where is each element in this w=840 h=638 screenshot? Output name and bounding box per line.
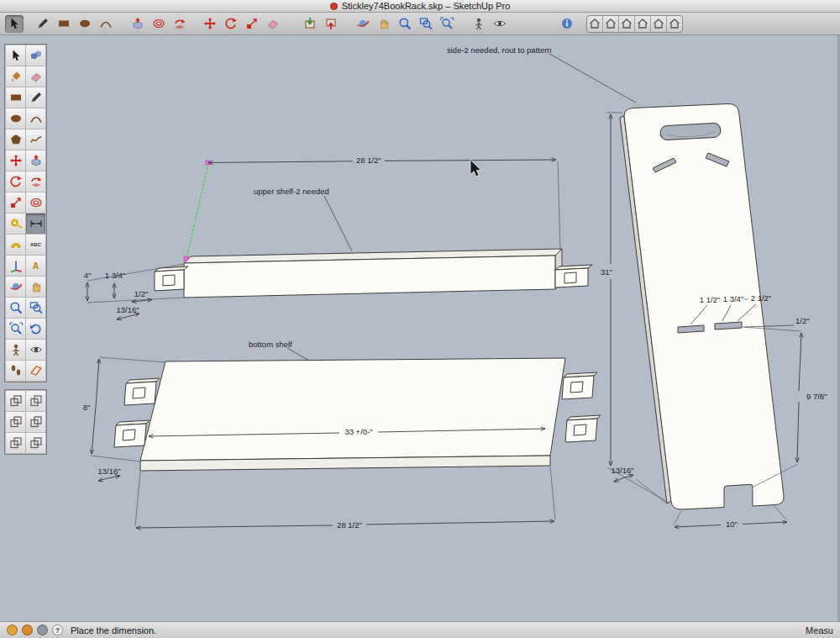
instructor-button[interactable] [558, 15, 576, 33]
dim-side-slot-a-text[interactable]: 1 1/2" [700, 295, 721, 304]
status-badge-1-icon[interactable] [7, 625, 18, 635]
tenon-slot-right[interactable] [715, 322, 742, 330]
select-tool-button[interactable] [6, 45, 25, 66]
bottom-shelf-label-text[interactable]: bottom shelf [249, 340, 292, 349]
make-component-tool-button[interactable] [26, 45, 45, 66]
right-view-button[interactable] [635, 16, 651, 32]
protractor-tool-button[interactable] [6, 235, 25, 255]
side-label-text[interactable]: side-2 needed, rout to pattern [447, 45, 552, 55]
axes-tool-button[interactable] [6, 256, 25, 276]
move-tool-button[interactable] [201, 15, 219, 33]
dim-side-height-text[interactable]: 31" [601, 267, 612, 277]
status-badge-3-icon[interactable] [37, 625, 48, 635]
bottom-shelf-label[interactable]: bottom shelf [249, 340, 309, 361]
paint-bucket-tool-button[interactable] [6, 66, 25, 87]
zoom-extents-tool-button[interactable] [6, 319, 25, 339]
iso-view-button[interactable] [587, 16, 603, 32]
trim-tool-button[interactable] [6, 433, 25, 453]
side-panel-label[interactable]: side-2 needed, rout to pattern [447, 45, 636, 103]
freehand-tool-button[interactable] [26, 129, 45, 150]
follow-me-tool-button[interactable] [171, 15, 189, 33]
orbit-tool-button[interactable] [354, 15, 372, 33]
look-around-tool-button[interactable] [491, 15, 509, 33]
zoom-window-tool-button[interactable] [417, 15, 435, 33]
bottom-shelf-geometry[interactable] [114, 358, 601, 471]
dim-side-half-text[interactable]: 1/2" [795, 316, 810, 325]
rotate-tool-button[interactable] [6, 171, 25, 192]
help-icon[interactable]: ? [52, 625, 63, 635]
upper-shelf-label-text[interactable]: upper shelf-2 needed [254, 187, 329, 196]
text-tool-button[interactable]: ABC [26, 235, 45, 255]
dim-side-thickness-text[interactable]: 13/16" [611, 466, 633, 475]
arc-tool-button[interactable] [97, 15, 115, 33]
top-view-button[interactable] [603, 16, 619, 32]
section-plane-tool-button[interactable] [26, 361, 45, 381]
zoom-extents-tool-button[interactable] [438, 15, 456, 33]
dim-upper-offset-text[interactable]: 1 3/4" [105, 271, 126, 280]
dim-upper-width-text[interactable]: 4" [84, 271, 92, 280]
back-view-button[interactable] [651, 16, 667, 32]
follow-me-tool-button[interactable] [26, 171, 45, 192]
position-camera-tool-button[interactable] [6, 340, 25, 360]
dim-bottom-overall-text[interactable]: 33 +/0-" [344, 427, 372, 436]
arc-tool-button[interactable] [26, 108, 45, 129]
dim-bottom-width-text[interactable]: 8" [83, 403, 91, 412]
push-pull-tool-button[interactable] [26, 150, 45, 171]
dim-side-width-text[interactable]: 10" [726, 519, 738, 529]
split-tool-button[interactable] [26, 433, 45, 453]
rectangle-tool-button[interactable] [55, 15, 73, 33]
left-view-button[interactable] [667, 16, 682, 32]
dim-bottom-thickness-text[interactable]: 13/16" [97, 467, 120, 476]
upper-shelf-geometry[interactable] [155, 249, 592, 298]
walk-tool-button[interactable] [6, 361, 25, 381]
subtract-tool-button[interactable] [26, 412, 45, 432]
tape-measure-tool-button[interactable] [6, 214, 25, 234]
status-badge-2-icon[interactable] [22, 625, 33, 635]
rectangle-tool-button[interactable] [6, 87, 25, 108]
side-panel-geometry[interactable] [620, 103, 784, 509]
title-bar[interactable]: Stickley74BookRack.skp – SketchUp Pro [0, 0, 840, 13]
scale-tool-button[interactable] [6, 192, 25, 213]
select-tool-button[interactable] [5, 15, 24, 33]
offset-tool-button[interactable] [150, 15, 168, 33]
pan-tool-button[interactable] [26, 277, 45, 297]
zoom-tool-button[interactable] [6, 298, 25, 318]
intersect-tool-button[interactable] [26, 391, 45, 411]
eraser-tool-button[interactable] [264, 15, 282, 33]
dim-upper-thickness-text[interactable]: 13/16" [116, 305, 139, 314]
look-around-tool-button[interactable] [26, 340, 45, 360]
dim-side-lower-text[interactable]: 9 7/8" [806, 392, 827, 401]
line-tool-button[interactable] [34, 15, 52, 33]
dim-upper-length-text[interactable]: 28 1/2" [356, 156, 381, 165]
dimension-tool-button[interactable] [26, 214, 45, 234]
polygon-tool-button[interactable] [6, 129, 25, 150]
position-camera-tool-button[interactable] [470, 15, 488, 33]
circle-tool-button[interactable] [6, 108, 25, 129]
tenon-slot-left[interactable] [678, 325, 704, 333]
upper-shelf-label[interactable]: upper shelf-2 needed [254, 187, 352, 251]
previous-view-tool-button[interactable] [26, 319, 45, 339]
dim-upper-half-text[interactable]: 1/2" [134, 289, 149, 298]
get-models-button[interactable] [301, 15, 319, 33]
front-view-button[interactable] [619, 16, 635, 32]
scale-tool-button[interactable] [243, 15, 261, 33]
union-tool-button[interactable] [6, 412, 25, 432]
zoom-window-tool-button[interactable] [26, 298, 45, 318]
dim-side-slot-b-text[interactable]: 1 3/4" [723, 294, 744, 303]
dim-bottom-length-text[interactable]: 28 1/2" [337, 520, 362, 530]
3d-text-tool-button[interactable]: A [26, 256, 45, 276]
eraser-tool-button[interactable] [26, 66, 45, 87]
circle-tool-button[interactable] [76, 15, 94, 33]
rotate-tool-button[interactable] [222, 15, 240, 33]
move-tool-button[interactable] [6, 150, 25, 171]
share-model-button[interactable] [322, 15, 340, 33]
pan-tool-button[interactable] [375, 15, 393, 33]
line-tool-button[interactable] [26, 87, 45, 108]
outer-shell-tool-button[interactable] [6, 391, 25, 411]
orbit-tool-button[interactable] [6, 277, 25, 297]
model-canvas[interactable]: side-2 needed, rout to pattern upper she… [0, 35, 840, 622]
zoom-tool-button[interactable] [396, 15, 414, 33]
drawing-canvas[interactable]: side-2 needed, rout to pattern upper she… [0, 35, 840, 622]
dimension-endpoint-handle[interactable] [184, 256, 188, 261]
dim-side-slot-c-text[interactable]: 2 1/2" [751, 293, 772, 303]
